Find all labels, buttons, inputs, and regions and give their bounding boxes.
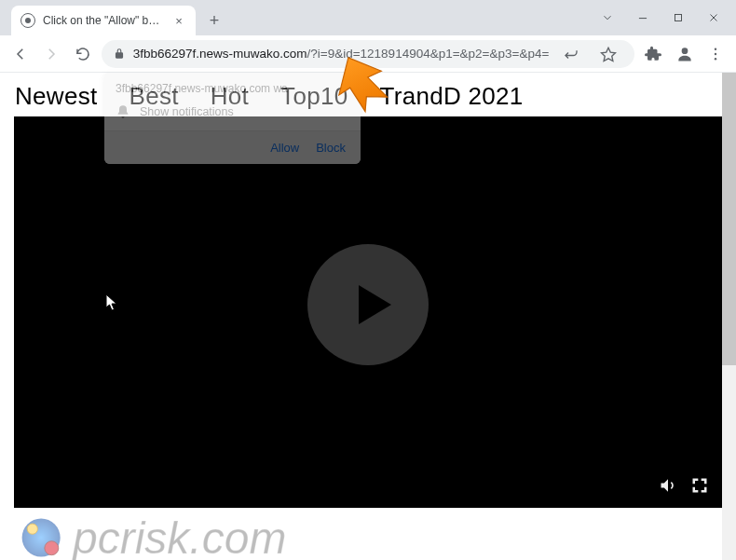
bell-icon (116, 104, 130, 119)
url-path: /?i=9&id=1218914904&p1=&p2=&p3=&p4= (307, 47, 550, 61)
scrollbar-thumb[interactable] (722, 73, 736, 365)
svg-marker-4 (602, 48, 616, 61)
notification-prompt: 3fbb66297f.news-muwako.com wa Show notif… (104, 73, 361, 164)
close-window-button[interactable] (704, 8, 723, 27)
svg-point-12 (45, 541, 59, 555)
forward-button[interactable] (39, 39, 65, 69)
notification-origin: 3fbb66297f.news-muwako.com wa (104, 73, 361, 101)
minimize-button[interactable] (634, 8, 652, 27)
nav-newest[interactable]: Newest (15, 82, 98, 111)
reload-button[interactable] (70, 39, 96, 69)
watermark-text: pcrisk.com (73, 512, 286, 561)
globe-icon (20, 13, 35, 28)
bookmark-button[interactable] (593, 39, 623, 69)
url-host: 3fbb66297f.news-muwako.com (133, 47, 307, 61)
scrollbar-track[interactable] (722, 73, 736, 560)
fullscreen-button[interactable] (690, 476, 709, 499)
url-text: 3fbb66297f.news-muwako.com/?i=9&id=12189… (133, 47, 550, 61)
watermark: pcrisk.com (17, 512, 286, 560)
block-button[interactable]: Block (316, 141, 346, 155)
new-tab-button[interactable]: + (201, 7, 227, 34)
nav-trand[interactable]: TrandD 2021 (379, 82, 523, 111)
svg-point-7 (715, 52, 716, 54)
back-button[interactable] (7, 39, 34, 69)
close-tab-icon[interactable]: × (171, 13, 186, 28)
svg-marker-9 (359, 285, 391, 324)
address-bar[interactable]: 3fbb66297f.news-muwako.com/?i=9&id=12189… (102, 40, 635, 68)
svg-point-10 (22, 518, 61, 556)
allow-button[interactable]: Allow (270, 141, 299, 155)
profile-button[interactable] (672, 39, 698, 69)
browser-tab[interactable]: Click on the "Allow" button to pla × (11, 6, 196, 35)
svg-point-6 (715, 48, 716, 49)
window-controls (589, 0, 732, 35)
watermark-logo-icon (17, 512, 69, 560)
tab-title: Click on the "Allow" button to pla (43, 14, 164, 27)
maximize-button[interactable] (669, 8, 688, 27)
lock-icon (113, 48, 126, 61)
extensions-button[interactable] (640, 39, 666, 69)
browser-titlebar: Click on the "Allow" button to pla × + (0, 0, 736, 35)
menu-button[interactable] (702, 39, 729, 69)
svg-rect-1 (675, 15, 682, 21)
tab-search-button[interactable] (598, 8, 617, 27)
play-icon (346, 279, 398, 331)
tab-strip: Click on the "Allow" button to pla × + (7, 0, 227, 35)
svg-point-11 (27, 524, 37, 534)
video-controls (659, 476, 709, 499)
video-player (14, 116, 722, 508)
svg-point-8 (715, 58, 716, 60)
volume-button[interactable] (659, 476, 677, 499)
notification-message: Show notifications (140, 105, 234, 118)
play-button[interactable] (307, 244, 429, 365)
share-button[interactable] (556, 39, 586, 69)
notification-actions: Allow Block (104, 130, 361, 164)
browser-toolbar: 3fbb66297f.news-muwako.com/?i=9&id=12189… (0, 35, 736, 73)
svg-point-5 (681, 48, 688, 54)
